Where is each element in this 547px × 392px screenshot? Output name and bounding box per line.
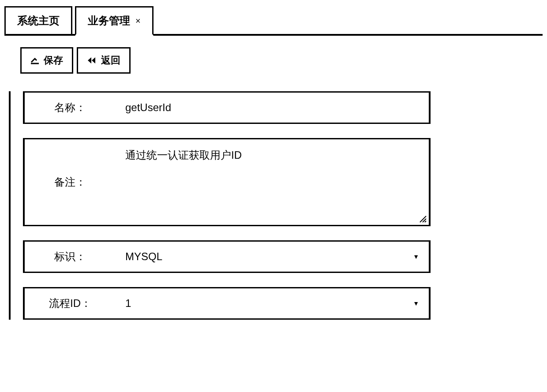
name-input[interactable] (125, 101, 419, 114)
identifier-label: 标识： (23, 240, 116, 273)
form-row-process-id: 流程ID： 1 ▼ (23, 287, 431, 320)
chevron-down-icon: ▼ (413, 253, 419, 260)
name-input-cell[interactable] (116, 91, 431, 124)
tab-business-management[interactable]: 业务管理 × (75, 6, 154, 36)
back-button[interactable]: 返回 (77, 47, 131, 74)
name-label: 名称： (23, 91, 116, 124)
remark-label: 备注： (23, 138, 116, 226)
back-button-label: 返回 (101, 54, 120, 67)
tab-bar: 系统主页 业务管理 × (4, 4, 543, 36)
tab-home[interactable]: 系统主页 (4, 6, 72, 36)
process-id-label: 流程ID： (23, 287, 116, 320)
back-icon (87, 56, 97, 64)
form-row-name: 名称： (23, 91, 431, 124)
process-id-select-value: 1 (125, 297, 131, 310)
remark-textarea[interactable]: 通过统一认证获取用户ID (125, 148, 419, 162)
form-row-identifier: 标识： MYSQL ▼ (23, 240, 431, 273)
process-id-select[interactable]: 1 ▼ (116, 287, 431, 320)
tab-active-label: 业务管理 (88, 14, 130, 28)
identifier-select-value: MYSQL (125, 250, 162, 263)
svg-line-3 (425, 221, 426, 222)
identifier-select[interactable]: MYSQL ▼ (116, 240, 431, 273)
form-container: 名称： 备注： 通过统一认证获取用户ID 标识： MYSQL ▼ 流程ID： (9, 91, 543, 320)
toolbar: 保存 返回 (20, 47, 543, 74)
save-button-label: 保存 (44, 54, 63, 67)
remark-textarea-cell[interactable]: 通过统一认证获取用户ID (116, 138, 431, 226)
form-row-remark: 备注： 通过统一认证获取用户ID (23, 138, 431, 226)
save-button[interactable]: 保存 (20, 47, 73, 74)
tab-home-label: 系统主页 (17, 14, 60, 28)
save-icon (30, 56, 39, 65)
tab-close-icon[interactable]: × (135, 16, 141, 26)
chevron-down-icon: ▼ (413, 300, 419, 307)
